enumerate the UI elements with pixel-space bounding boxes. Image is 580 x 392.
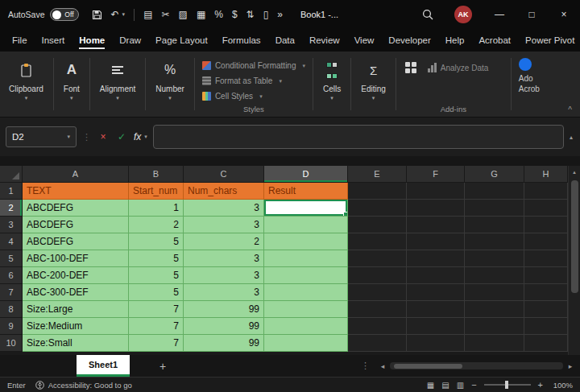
cell-D2[interactable]	[264, 200, 348, 217]
col-header-H[interactable]: H	[524, 166, 568, 183]
col-header-D[interactable]: D	[264, 166, 348, 183]
normal-view-icon[interactable]: ▦	[427, 381, 434, 390]
row-header-10[interactable]: 10	[0, 335, 23, 352]
addins-button[interactable]	[405, 59, 416, 73]
cell-E9[interactable]	[348, 318, 407, 335]
maximize-button[interactable]: □	[516, 0, 548, 29]
expand-formula-bar-icon[interactable]: ▴	[570, 134, 574, 141]
cell-A10[interactable]: Size:Small	[23, 335, 129, 352]
cell-E6[interactable]	[348, 267, 407, 284]
clipboard-group-button[interactable]: Clipboard ▾	[0, 52, 52, 117]
cell-D10[interactable]	[264, 335, 348, 352]
cell-B3[interactable]: 2	[129, 217, 184, 233]
number-group-button[interactable]: % Number ▾	[147, 52, 193, 117]
horizontal-scrollbar[interactable]	[390, 362, 563, 369]
picture-icon[interactable]: ▨	[179, 9, 188, 20]
cell-F10[interactable]	[407, 335, 465, 352]
new-document-icon[interactable]: ▯	[263, 9, 269, 20]
add-sheet-button[interactable]: +	[155, 360, 170, 373]
row-header-4[interactable]: 4	[0, 233, 23, 250]
row-header-9[interactable]: 9	[0, 318, 23, 335]
currency-style-icon[interactable]: $	[232, 9, 238, 20]
close-button[interactable]: ×	[548, 0, 580, 29]
save-icon[interactable]	[92, 10, 102, 20]
cells-group-button[interactable]: Cells ▾	[314, 52, 350, 117]
cell-D3[interactable]	[264, 217, 348, 233]
cell-B4[interactable]: 5	[129, 233, 184, 250]
name-box[interactable]: D2 ▾	[6, 126, 77, 147]
cell-A7[interactable]: ABC-300-DEF	[23, 284, 129, 301]
col-header-E[interactable]: E	[348, 166, 407, 183]
cell-G7[interactable]	[465, 284, 524, 301]
zoom-slider[interactable]	[484, 384, 531, 386]
zoom-level[interactable]: 100%	[550, 381, 573, 390]
tab-power-pivot[interactable]: Power Pivot	[518, 29, 580, 52]
cell-F2[interactable]	[407, 200, 465, 217]
cell-G9[interactable]	[465, 318, 524, 335]
formula-bar-handle[interactable]: ⋮	[82, 132, 91, 142]
cell-H5[interactable]	[524, 250, 568, 267]
scroll-up-icon[interactable]: ▴	[569, 166, 580, 179]
cell-B7[interactable]: 5	[129, 284, 184, 301]
tab-help[interactable]: Help	[438, 29, 472, 52]
cell-F4[interactable]	[407, 233, 465, 250]
cell-E10[interactable]	[348, 335, 407, 352]
cell-G1[interactable]	[465, 183, 524, 200]
row-header-6[interactable]: 6	[0, 267, 23, 284]
zoom-slider-knob[interactable]	[505, 381, 508, 389]
vertical-scrollbar-thumb[interactable]	[571, 180, 578, 293]
tab-page-layout[interactable]: Page Layout	[148, 29, 215, 52]
col-header-B[interactable]: B	[129, 166, 184, 183]
undo-icon[interactable]: ↶	[111, 9, 119, 20]
cell-E5[interactable]	[348, 250, 407, 267]
horizontal-scrollbar-thumb[interactable]	[394, 364, 462, 369]
page-break-view-icon[interactable]: ▥	[457, 381, 464, 390]
col-header-C[interactable]: C	[184, 166, 264, 183]
cell-C8[interactable]: 99	[184, 301, 264, 318]
cell-G6[interactable]	[465, 267, 524, 284]
autosave-toggle[interactable]: Off	[50, 8, 79, 21]
cell-F9[interactable]	[407, 318, 465, 335]
accessibility-status[interactable]: Accessibility: Good to go	[35, 381, 132, 390]
zoom-in-button[interactable]: +	[538, 380, 543, 390]
cell-H1[interactable]	[524, 183, 568, 200]
undo-dropdown-icon[interactable]: ▾	[122, 11, 126, 18]
cell-B5[interactable]: 5	[129, 250, 184, 267]
tab-draw[interactable]: Draw	[112, 29, 148, 52]
tab-review[interactable]: Review	[302, 29, 347, 52]
avatar[interactable]: AK	[454, 6, 472, 23]
cell-A3[interactable]: ABCDEFG	[23, 217, 129, 233]
conditional-formatting-button[interactable]: Conditional Formatting ▾	[202, 58, 305, 73]
col-header-G[interactable]: G	[465, 166, 524, 183]
search-icon[interactable]	[422, 9, 433, 20]
cell-F7[interactable]	[407, 284, 465, 301]
cell-A4[interactable]: ABCDEFG	[23, 233, 129, 250]
cell-A2[interactable]: ABCDEFG	[23, 200, 129, 217]
cell-G5[interactable]	[465, 250, 524, 267]
cell-D7[interactable]	[264, 284, 348, 301]
cell-H2[interactable]	[524, 200, 568, 217]
formula-input[interactable]	[153, 125, 564, 149]
cell-E2[interactable]	[348, 200, 407, 217]
row-header-1[interactable]: 1	[0, 183, 23, 200]
col-header-F[interactable]: F	[407, 166, 465, 183]
tab-developer[interactable]: Developer	[381, 29, 437, 52]
cell-D6[interactable]	[264, 267, 348, 284]
tab-formulas[interactable]: Formulas	[215, 29, 268, 52]
cell-E3[interactable]	[348, 217, 407, 233]
cell-C7[interactable]: 3	[184, 284, 264, 301]
cell-G4[interactable]	[465, 233, 524, 250]
cell-G8[interactable]	[465, 301, 524, 318]
page-layout-view-icon[interactable]: ▤	[441, 381, 449, 390]
cell-A1[interactable]: TEXT	[23, 183, 129, 200]
col-header-A[interactable]: A	[23, 166, 129, 183]
scroll-left-icon[interactable]: ◂	[378, 362, 387, 370]
cell-A8[interactable]: Size:Large	[23, 301, 129, 318]
cell-styles-button[interactable]: Cell Styles ▾	[202, 89, 305, 104]
cell-H9[interactable]	[524, 318, 568, 335]
row-header-3[interactable]: 3	[0, 217, 23, 233]
vertical-scrollbar[interactable]: ▴	[568, 166, 580, 355]
cell-H6[interactable]	[524, 267, 568, 284]
cell-C2[interactable]: 3	[184, 200, 264, 217]
cell-H8[interactable]	[524, 301, 568, 318]
